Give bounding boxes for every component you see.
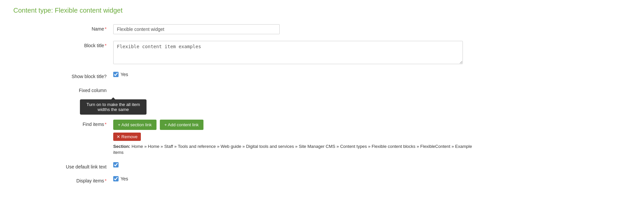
fixed-column-label-text: Fixed column [79, 88, 107, 93]
display-items-row: Display items* Yes [13, 176, 631, 183]
find-items-buttons: + Add section link + Add content link [113, 120, 480, 130]
block-title-field-container: Flexible content item examples [113, 41, 480, 65]
use-default-link-text-label-text: Use default link text [66, 164, 107, 169]
show-block-title-label-text: Show block title? [72, 74, 107, 79]
use-default-link-text-field [113, 162, 480, 168]
name-input[interactable] [113, 24, 280, 34]
show-block-title-yes: Yes [121, 72, 128, 77]
find-items-required-star: * [105, 122, 107, 127]
display-items-label-text: Display items [76, 178, 104, 183]
display-items-label: Display items* [13, 176, 113, 183]
show-block-title-label: Show block title? [13, 72, 113, 79]
block-title-input[interactable]: Flexible content item examples [113, 41, 463, 64]
remove-button[interactable]: ✕ Remove [113, 133, 141, 141]
find-items-field: + Add section link + Add content link ✕ … [113, 120, 480, 156]
name-label: Name* [13, 24, 113, 32]
on-radio-row: On [113, 108, 480, 113]
add-section-link-button[interactable]: + Add section link [113, 120, 157, 130]
block-title-row: Block title* Flexible content item examp… [13, 41, 631, 65]
block-title-required-star: * [105, 43, 107, 48]
item-path: Section: Home » Home » Staff » Tools and… [113, 144, 480, 156]
show-block-title-row: Show block title? Yes [13, 72, 631, 79]
fixed-column-label: Fixed column [13, 86, 113, 93]
on-label: On [120, 108, 126, 113]
show-block-title-checkbox[interactable] [113, 72, 119, 77]
display-items-field: Yes [113, 176, 480, 181]
use-default-link-text-checkbox[interactable] [113, 162, 119, 167]
name-field-container [113, 24, 480, 34]
display-items-checkbox-row: Yes [113, 176, 480, 181]
find-items-area: + Add section link + Add content link ✕ … [113, 120, 480, 156]
fixed-column-row: Fixed column Turn on to make the all ite… [13, 86, 631, 113]
block-title-label: Block title* [13, 41, 113, 48]
section-label: Section: [113, 144, 130, 149]
section-item-row: ✕ Remove Section: Home » Home » Staff » … [113, 133, 480, 156]
block-title-label-text: Block title [84, 43, 104, 48]
name-required-star: * [105, 26, 107, 32]
name-row: Name* [13, 24, 631, 34]
fixed-column-field: Turn on to make the all item widths the … [113, 86, 480, 113]
page-title: Content type: Flexible content widget [13, 7, 631, 14]
add-content-link-button[interactable]: + Add content link [160, 120, 203, 130]
use-default-link-text-label: Use default link text [13, 162, 113, 169]
display-items-checkbox[interactable] [113, 176, 119, 181]
name-label-text: Name [92, 26, 104, 32]
find-items-label: Find items* [13, 120, 113, 127]
display-items-required-star: * [105, 178, 107, 183]
show-block-title-field: Yes [113, 72, 480, 77]
use-default-link-text-row: Use default link text [13, 162, 631, 169]
find-items-label-text: Find items [83, 122, 104, 127]
find-items-row: Find items* + Add section link + Add con… [13, 120, 631, 156]
display-items-yes: Yes [121, 176, 128, 181]
section-path: Home » Home » Staff » Tools and referenc… [113, 144, 472, 155]
on-radio[interactable] [113, 108, 118, 113]
show-block-title-checkbox-row: Yes [113, 72, 480, 77]
